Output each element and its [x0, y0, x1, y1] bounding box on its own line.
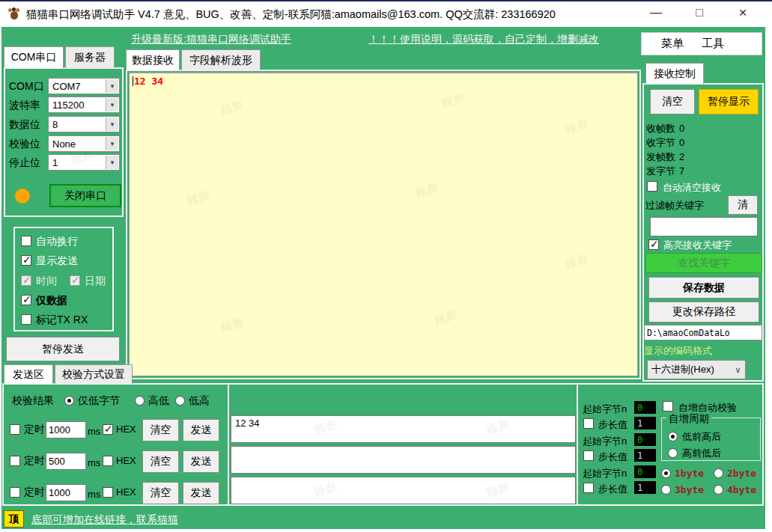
- mark-txrx-label: 标记TX RX: [36, 314, 88, 327]
- hex2-checkbox[interactable]: [103, 456, 113, 466]
- save-data-button[interactable]: 保存数据: [648, 277, 759, 299]
- com-port-select[interactable]: COM7▼: [48, 78, 120, 94]
- timer3-ms-label: ms: [88, 489, 100, 500]
- start-byte3-value[interactable]: 0: [634, 465, 656, 478]
- start-byte1-value[interactable]: 0: [634, 401, 656, 414]
- pause-display-button[interactable]: 暂停显示: [699, 89, 759, 114]
- cycle-high-first-radio[interactable]: [668, 448, 678, 458]
- auto-clear-receive-checkbox[interactable]: [647, 181, 657, 192]
- auto-clear-receive-label: 自动清空接收: [663, 181, 721, 195]
- maximize-icon[interactable]: □: [682, 0, 717, 25]
- checksum-lowbyte-radio[interactable]: [64, 396, 74, 406]
- byte-3-label: 3byte: [675, 484, 704, 495]
- timer2-enable-checkbox[interactable]: [10, 456, 20, 466]
- tab-receive-control[interactable]: 接收控制: [645, 63, 704, 84]
- timer2-interval-input[interactable]: [46, 453, 86, 470]
- baud-rate-value: 115200: [52, 100, 84, 111]
- clear3-button[interactable]: 清空: [142, 482, 179, 504]
- dropdown-arrow-icon[interactable]: ▼: [106, 137, 118, 150]
- baud-rate-select[interactable]: 115200▼: [48, 97, 120, 113]
- hex3-label: HEX: [116, 486, 136, 498]
- step2-checkbox[interactable]: [583, 450, 594, 461]
- send2-textarea[interactable]: [231, 446, 576, 474]
- send3-textarea[interactable]: [231, 477, 576, 504]
- highlight-keyword-checkbox[interactable]: [648, 239, 659, 250]
- change-save-path-button[interactable]: 更改保存路径: [648, 302, 759, 322]
- checksum-lowhigh-radio[interactable]: [175, 396, 185, 406]
- byte-4-radio[interactable]: [714, 485, 723, 495]
- dropdown-arrow-icon[interactable]: ▼: [106, 156, 118, 169]
- byte-4-label: 4byte: [727, 484, 756, 495]
- data-bits-select[interactable]: 8▼: [48, 116, 120, 132]
- mark-txrx-checkbox[interactable]: [21, 314, 31, 325]
- timer3-enable-checkbox[interactable]: [10, 487, 20, 498]
- close-port-button[interactable]: 关闭串口: [49, 184, 121, 207]
- dropdown-arrow-icon[interactable]: ▼: [106, 98, 118, 111]
- tab-field-parse-wave[interactable]: 字段解析波形: [181, 49, 261, 70]
- tab-checksum-settings[interactable]: 校验方式设置: [55, 364, 133, 384]
- start-byte2-value[interactable]: 0: [634, 433, 656, 446]
- dropdown-arrow-icon[interactable]: ▼: [106, 117, 118, 131]
- byte-1-label: 1byte: [675, 468, 704, 479]
- clear-receive-button[interactable]: 清空: [650, 89, 695, 114]
- send1-button[interactable]: 发送: [183, 419, 219, 441]
- byte-2-radio[interactable]: [714, 468, 723, 478]
- stop-bits-select[interactable]: 1▼: [48, 154, 120, 171]
- scroll-to-top-button[interactable]: 顶: [4, 510, 24, 528]
- byte-1-radio[interactable]: [661, 468, 671, 478]
- date-checkbox[interactable]: [70, 275, 80, 286]
- received-data-text: 12 34: [134, 76, 163, 87]
- step3-value[interactable]: 1: [634, 481, 656, 494]
- cycle-low-first-radio[interactable]: [668, 432, 678, 441]
- tab-server[interactable]: 服务器: [65, 46, 115, 68]
- receive-data-area[interactable]: 12 34: [129, 72, 638, 376]
- show-sent-checkbox[interactable]: [21, 255, 31, 266]
- encoding-format-label: 显示的编码格式: [644, 344, 712, 358]
- step1-checkbox[interactable]: [583, 418, 594, 429]
- filter-keyword-input[interactable]: [650, 217, 758, 236]
- parity-select[interactable]: None▼: [48, 135, 120, 152]
- send1-textarea[interactable]: 12 34: [231, 415, 576, 443]
- menu-item-tools[interactable]: 工具: [702, 37, 724, 51]
- tab-data-receive[interactable]: 数据接收: [126, 49, 180, 70]
- usage-help-link[interactable]: ！！！使用说明，源码获取，自己定制，增删减改: [368, 33, 599, 46]
- send2-button[interactable]: 发送: [183, 450, 219, 473]
- step3-checkbox[interactable]: [583, 483, 594, 493]
- close-icon[interactable]: ×: [726, 0, 760, 25]
- menu-item-menu[interactable]: 菜单: [661, 37, 684, 51]
- minimize-icon[interactable]: —: [639, 0, 673, 25]
- parity-label: 校验位: [9, 138, 40, 151]
- time-checkbox[interactable]: [21, 275, 31, 286]
- byte-3-radio[interactable]: [661, 485, 671, 495]
- step1-value[interactable]: 1: [634, 417, 656, 429]
- timer1-interval-input[interactable]: [46, 421, 86, 438]
- step2-value[interactable]: 1: [634, 449, 656, 462]
- start-byte1-label: 起始字节n: [583, 403, 627, 416]
- timer3-interval-input[interactable]: [46, 484, 86, 501]
- checksum-highlow-radio[interactable]: [135, 396, 145, 406]
- auto-wrap-checkbox[interactable]: [21, 236, 31, 246]
- clear2-button[interactable]: 清空: [142, 450, 179, 473]
- send3-button[interactable]: 发送: [183, 482, 219, 504]
- filter-clear-button[interactable]: 清: [728, 195, 758, 215]
- find-keyword-button[interactable]: 查找关键字: [645, 253, 762, 273]
- tab-send-area[interactable]: 发送区: [4, 364, 53, 384]
- timer1-enable-checkbox[interactable]: [10, 424, 20, 435]
- encoding-format-select[interactable]: 十六进制(Hex)∨: [647, 360, 746, 379]
- pause-send-button[interactable]: 暂停发送: [6, 337, 120, 361]
- dropdown-arrow-icon[interactable]: ▼: [106, 79, 118, 93]
- hex1-checkbox[interactable]: [103, 424, 113, 435]
- chevron-down-icon[interactable]: ∨: [732, 361, 744, 378]
- hex3-checkbox[interactable]: [103, 487, 113, 498]
- auto-increment-checksum-checkbox[interactable]: [663, 401, 673, 412]
- timer3-label: 定时: [24, 486, 45, 499]
- clear1-button[interactable]: 清空: [142, 419, 179, 441]
- date-label: 日期: [85, 275, 106, 288]
- timer2-label: 定时: [24, 454, 45, 468]
- parity-value: None: [52, 138, 76, 150]
- upgrade-link[interactable]: 升级最新版:猫猫串口网络调试助手: [131, 33, 291, 46]
- data-only-checkbox[interactable]: [21, 295, 31, 305]
- data-only-label: 仅数据: [36, 294, 67, 308]
- footer-contact-link[interactable]: 底部可增加在线链接，联系猫猫: [31, 513, 178, 527]
- tab-com-serial[interactable]: COM串口: [4, 46, 64, 68]
